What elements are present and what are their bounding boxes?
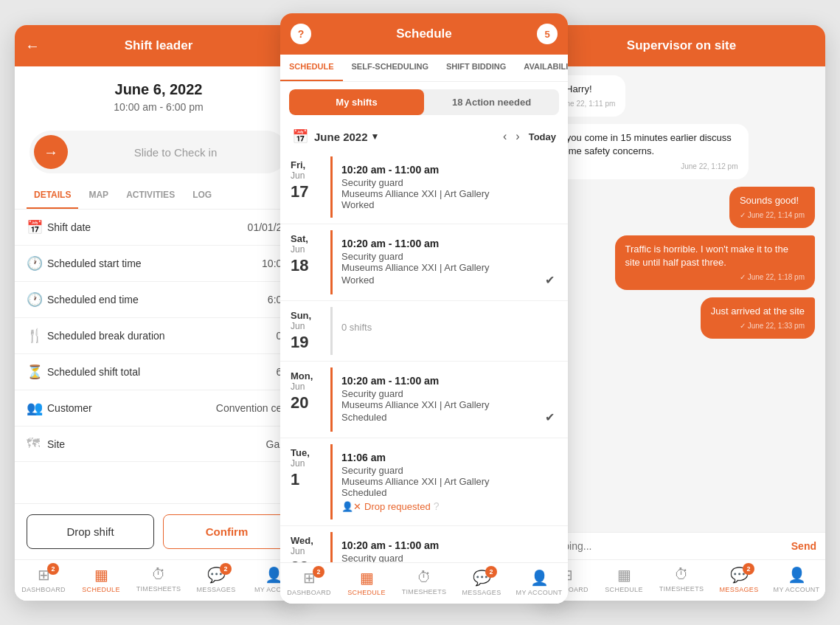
nav-schedule[interactable]: ▦ SCHEDULE (72, 566, 130, 593)
confirm-button[interactable]: Confirm (163, 514, 291, 549)
shift-date: June 6, 2022 (27, 81, 291, 98)
shift-time-22: 10:20 am - 11:00 am (341, 539, 555, 551)
drop-person-icon: 👤✕ (341, 501, 361, 512)
tab-shift-bidding[interactable]: SHIFT BIDDING (437, 55, 515, 81)
action-buttons: Drop shift Confirm (15, 503, 302, 559)
schedule-day-22: Wed, Jun 22 10:20 am - 11:00 am Security… (280, 526, 568, 562)
month-title: June 2022 ▼ (314, 131, 379, 143)
nav-messages-sched[interactable]: 2 💬 MESSAGES (453, 569, 510, 596)
nav-timesheets-sched[interactable]: ⏱ TIMESHEETS (395, 569, 453, 596)
schedule-title: Schedule (396, 27, 452, 41)
day-label-20: Mon, Jun 20 (280, 362, 330, 438)
nav-account-sched[interactable]: 👤 MY ACCOUNT (510, 569, 568, 596)
tab-activities[interactable]: ACTIVITIES (119, 182, 182, 209)
chat-body: y Harry! June 22, 1:11 pm n you come in … (538, 66, 825, 532)
nav-dashboard[interactable]: 2 ⊞ DASHBOARD (15, 566, 72, 593)
chat-input[interactable] (546, 540, 785, 552)
status-text-17: Worked (341, 199, 375, 210)
schedule-label-sup: SCHEDULE (605, 586, 642, 593)
dow-18: Sat, (291, 233, 324, 244)
day-content-tue1: 11:06 am Security guard Museums Alliance… (330, 444, 562, 519)
detail-row-end: 🕐 Scheduled end time 6:0... (15, 282, 302, 318)
tab-self-scheduling[interactable]: SELF-SCHEDULING (343, 55, 438, 81)
send-button[interactable]: Send (791, 540, 816, 552)
drop-requested-text: Drop requested (364, 501, 431, 512)
msg5-text: Just arrived at the site (711, 305, 805, 317)
dropdown-icon[interactable]: ▼ (371, 131, 380, 142)
tab-log[interactable]: LOG (185, 182, 219, 209)
help-button[interactable]: ? (291, 24, 311, 44)
shift-status-17: Worked (341, 199, 555, 210)
customer-value: Convention ce... (216, 402, 291, 414)
msg2-text: n you come in 15 minutes earlier discuss… (558, 132, 732, 156)
shift-role-18: Security guard (341, 251, 555, 262)
day-content-18: 10:20 am - 11:00 am Security guard Museu… (330, 230, 562, 294)
shift-time-17: 10:20 am - 11:00 am (341, 164, 555, 176)
status-text-18: Worked (341, 274, 375, 286)
shift-status-18: Worked ✔ (341, 273, 555, 287)
dow-tue1: Tue, (291, 447, 324, 458)
account-icon-sched: 👤 (530, 569, 549, 587)
break-label: Scheduled break duration (47, 330, 277, 342)
day-content-19: 0 shifts (330, 307, 562, 355)
month-nav: 📅 June 2022 ▼ ‹ › Today (280, 122, 568, 151)
slide-label: Slide to Check in (68, 146, 283, 159)
nav-arrows: ‹ › Today (503, 130, 556, 143)
bottom-nav-supervisor: ⊞ DASHBOARD ▦ SCHEDULE ⏱ TIMESHEETS 2 💬 … (538, 559, 825, 601)
drop-requested-label: 👤✕ Drop requested ? (341, 500, 555, 512)
nav-dashboard-sched[interactable]: 2 ⊞ DASHBOARD (280, 569, 338, 596)
shift-location-18: Museums Alliance XXI | Art Gallery (341, 262, 555, 273)
next-month-button[interactable]: › (516, 130, 519, 143)
nav-schedule-sched[interactable]: ▦ SCHEDULE (338, 569, 395, 596)
detail-row-break: 🍴 Scheduled break duration 0... (15, 318, 302, 354)
dashboard-label: DASHBOARD (21, 586, 66, 593)
break-icon: 🍴 (27, 328, 47, 344)
prev-month-button[interactable]: ‹ (503, 130, 507, 143)
month-20: Jun (291, 381, 324, 392)
drop-shift-button[interactable]: Drop shift (27, 514, 154, 549)
msg4-text: Traffic is horrible. I won't make it to … (625, 244, 788, 268)
shift-date-block: June 6, 2022 10:00 am - 6:00 pm (15, 66, 302, 122)
detail-row-site: 🗺 Site Gal... (15, 427, 302, 462)
drop-help-icon[interactable]: ? (434, 500, 440, 512)
shift-time-tue1: 11:06 am (341, 452, 555, 463)
nav-schedule-sup[interactable]: ▦ SCHEDULE (595, 566, 653, 593)
schedule-day-19: Sun, Jun 19 0 shifts (280, 301, 568, 362)
shift-role-22: Security guard (341, 553, 555, 562)
tab-availability[interactable]: AVAILABILITY (515, 55, 568, 81)
msg5-time: ✓ June 22, 1:33 pm (711, 321, 805, 331)
day-content-22: 10:20 am - 11:00 am Security guard Museu… (330, 532, 562, 562)
shift-status-20: Scheduled ✔ (341, 410, 555, 424)
nav-messages[interactable]: 2 💬 MESSAGES (187, 566, 245, 593)
customer-label: Customer (47, 402, 216, 414)
back-button[interactable]: ← (25, 38, 40, 55)
msg4-time: ✓ June 22, 1:18 pm (625, 272, 805, 283)
msg3-text: Sounds good! (740, 195, 799, 206)
bottom-nav-shift: 2 ⊞ DASHBOARD ▦ SCHEDULE ⏱ TIMESHEETS 2 … (15, 559, 302, 601)
tab-details[interactable]: DETAILS (27, 182, 78, 209)
tab-schedule[interactable]: SCHEDULE (280, 55, 343, 81)
today-button[interactable]: Today (529, 131, 556, 142)
shift-time-range: 10:00 am - 6:00 pm (27, 101, 291, 113)
action-needed-toggle[interactable]: 18 Action needed (424, 89, 559, 115)
messages-badge-sup: 2 (743, 563, 754, 575)
slide-checkin[interactable]: → Slide to Check in (29, 131, 288, 173)
nav-timesheets-sup[interactable]: ⏱ TIMESHEETS (653, 566, 710, 593)
schedule-label: SCHEDULE (82, 586, 119, 593)
site-label: Site (47, 438, 266, 450)
schedule-body: Fri, Jun 17 10:20 am - 11:00 am Security… (280, 151, 568, 562)
schedule-day-17: Fri, Jun 17 10:20 am - 11:00 am Security… (280, 151, 568, 224)
chat-message-5: Just arrived at the site ✓ June 22, 1:33… (701, 297, 815, 339)
slide-arrow-icon: → (34, 135, 68, 169)
nav-account-sup[interactable]: 👤 MY ACCOUNT (768, 566, 825, 593)
shift-time-18: 10:20 am - 11:00 am (341, 238, 555, 249)
nav-messages-sup[interactable]: 2 💬 MESSAGES (710, 566, 768, 593)
month-18: Jun (291, 244, 324, 255)
my-shifts-toggle[interactable]: My shifts (289, 89, 424, 115)
no-shifts-19: 0 shifts (341, 314, 555, 340)
tab-map[interactable]: MAP (81, 182, 116, 209)
calendar-icon: 📅 (27, 219, 47, 235)
notification-badge[interactable]: 5 (537, 24, 558, 44)
nav-timesheets[interactable]: ⏱ TIMESHEETS (130, 566, 187, 593)
day-label-19: Sun, Jun 19 (280, 301, 330, 361)
